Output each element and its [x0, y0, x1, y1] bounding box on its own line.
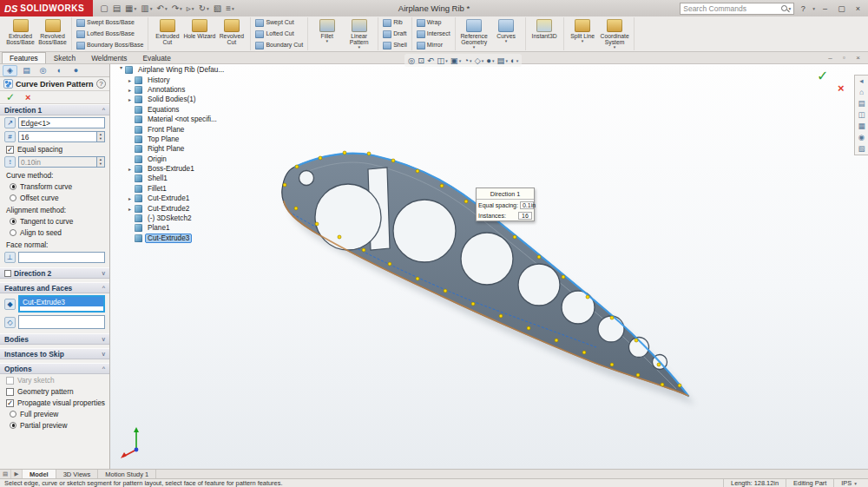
- collapse-taskpane-icon[interactable]: ◂: [859, 77, 863, 85]
- dimxpert-tab-icon[interactable]: ◎: [36, 65, 50, 76]
- tree-item[interactable]: ▸ Origin: [119, 155, 216, 164]
- intersect-button[interactable]: Intersect: [415, 29, 452, 39]
- hide-show-items-icon[interactable]: ◇▾: [475, 56, 484, 65]
- expand-arrow-icon[interactable]: ▸: [128, 206, 135, 212]
- model-film-icon[interactable]: ▤: [0, 470, 11, 478]
- pm-cancel-button[interactable]: ×: [25, 92, 30, 102]
- view-palette-icon[interactable]: ▦: [858, 122, 865, 130]
- zoom-area-icon[interactable]: ⊡▾: [418, 56, 424, 65]
- help-button[interactable]: ?: [798, 4, 808, 13]
- curve-method-radio[interactable]: Offset curve: [0, 192, 109, 203]
- direction1-edge-field[interactable]: [18, 117, 105, 128]
- pattern-callout[interactable]: Direction 1 Equal spacing: 0.1in Instanc…: [476, 188, 535, 221]
- custom-properties-icon[interactable]: ▧: [858, 145, 865, 153]
- face-normal-field[interactable]: [18, 252, 105, 263]
- swept-boss-base-button[interactable]: Swept Boss/Base: [75, 17, 145, 28]
- ceta-tab-icon[interactable]: ●: [69, 65, 83, 76]
- expand-arrow-icon[interactable]: ▸: [128, 77, 135, 83]
- view-orientation-icon[interactable]: ▣▾: [450, 56, 462, 65]
- print-icon[interactable]: ▥▾: [139, 2, 154, 15]
- select-icon[interactable]: ▹▾: [185, 2, 196, 15]
- tree-item[interactable]: ▸ Right Plane: [119, 144, 216, 154]
- doc-minimize-icon[interactable]: –: [825, 54, 835, 62]
- expand-arrow-icon[interactable]: ▸: [128, 195, 135, 201]
- search-commands-box[interactable]: ▾: [680, 3, 794, 15]
- tree-item[interactable]: ▸ History: [119, 75, 216, 84]
- tab-motion-study-1[interactable]: Motion Study 1: [98, 470, 156, 478]
- direction2-header[interactable]: Direction 2 v: [0, 267, 109, 279]
- confirm-cancel-button[interactable]: ×: [838, 82, 845, 95]
- revolved-boss-base-button[interactable]: Revolved Boss/Base ▾: [36, 17, 69, 50]
- tree-item[interactable]: ▸ Shell1: [119, 174, 216, 183]
- options-header[interactable]: Options ^: [0, 363, 109, 374]
- expand-arrow-icon[interactable]: ▸: [128, 87, 135, 93]
- maximize-button[interactable]: ▢: [835, 4, 848, 13]
- spacing-field[interactable]: [18, 156, 97, 168]
- fillet-button[interactable]: Fillet ▾: [311, 17, 343, 50]
- alignment-method-radio[interactable]: Tangent to curve: [0, 215, 109, 227]
- zoom-fit-icon[interactable]: ◎▾: [408, 56, 415, 65]
- split-line-button[interactable]: Split Line ▾: [567, 17, 599, 50]
- solidworks-resources-icon[interactable]: ⌂: [859, 89, 864, 96]
- alignment-method-radio[interactable]: Align to seed: [0, 227, 109, 238]
- features-and-faces-header[interactable]: Features and Faces ^: [0, 282, 109, 293]
- shell-button[interactable]: Shell: [381, 40, 409, 50]
- rebuild-icon[interactable]: ↻▾: [197, 2, 211, 15]
- bodies-header[interactable]: Bodies v: [0, 333, 109, 345]
- tree-item[interactable]: ▸ Plane1: [119, 223, 216, 233]
- tree-item[interactable]: ▸ Front Plane: [119, 124, 216, 134]
- tab-evaluate[interactable]: Evaluate: [135, 52, 178, 63]
- expand-arrow-icon[interactable]: ▸: [119, 67, 125, 73]
- direction1-header[interactable]: Direction 1 ^: [0, 104, 109, 115]
- revolved-cut-button[interactable]: Revolved Cut ▾: [215, 17, 247, 50]
- options-checkbox[interactable]: Vary sketch: [0, 374, 109, 385]
- units-dropdown[interactable]: IPS▾: [833, 479, 864, 487]
- doc-restore-icon[interactable]: ▫: [839, 54, 849, 62]
- curve-method-radio[interactable]: Transform curve: [0, 181, 109, 192]
- faces-to-pattern-list[interactable]: [18, 315, 105, 329]
- confirm-ok-button[interactable]: ✓: [817, 68, 828, 84]
- tab-3d-views[interactable]: 3D Views: [56, 470, 99, 478]
- direction2-checkbox[interactable]: [4, 270, 11, 277]
- apply-scene-icon[interactable]: ▤▾: [497, 56, 509, 65]
- options-checkbox[interactable]: Geometry pattern: [0, 385, 109, 397]
- section-view-icon[interactable]: ◫▾: [437, 56, 448, 65]
- lofted-boss-base-button[interactable]: Lofted Boss/Base: [75, 29, 145, 39]
- tree-item[interactable]: ▸ Solid Bodies(1): [119, 95, 216, 104]
- tab-sketch[interactable]: Sketch: [46, 52, 83, 63]
- edit-appearance-icon[interactable]: ●▾: [486, 56, 494, 65]
- preview-radio[interactable]: Full preview: [0, 408, 109, 419]
- open-icon[interactable]: ▤▾: [111, 2, 122, 15]
- view-settings-icon[interactable]: ◐▾: [510, 56, 518, 65]
- preview-radio[interactable]: Partial preview: [0, 419, 109, 431]
- callout-value[interactable]: 16: [518, 212, 532, 220]
- file-properties-icon[interactable]: ▧▾: [212, 2, 223, 15]
- search-input[interactable]: [683, 4, 781, 13]
- redo-icon[interactable]: ↷▾: [170, 2, 184, 15]
- doc-close-icon[interactable]: ×: [853, 54, 863, 62]
- wrap-button[interactable]: Wrap: [415, 17, 452, 28]
- close-button[interactable]: ×: [852, 4, 865, 13]
- swept-cut-button[interactable]: Swept Cut: [253, 17, 305, 28]
- spinner-control[interactable]: ▴▾: [97, 156, 105, 168]
- propertymanager-tab-icon[interactable]: ◈: [3, 65, 17, 76]
- options-icon[interactable]: ≡▾: [224, 2, 236, 15]
- save-icon[interactable]: ▦▾: [123, 2, 138, 15]
- draft-button[interactable]: Draft: [381, 29, 409, 39]
- tree-item[interactable]: ▸ Equations: [119, 105, 216, 115]
- curves-button[interactable]: Curves ▾: [490, 17, 523, 50]
- instance-count-field[interactable]: [18, 131, 97, 142]
- wing-rib-model[interactable]: [110, 64, 868, 469]
- tab-weldments[interactable]: Weldments: [83, 52, 135, 63]
- pm-ok-button[interactable]: ✓: [6, 91, 15, 103]
- equal-spacing-checkbox[interactable]: Equal spacing: [0, 143, 109, 155]
- options-checkbox[interactable]: Propagate visual properties: [0, 397, 109, 408]
- display-style-icon[interactable]: ◔▾: [464, 56, 471, 65]
- tree-item[interactable]: ▸ (-) 3DSketch2: [119, 214, 216, 223]
- configurations-tab-icon[interactable]: ▤: [19, 65, 34, 76]
- tree-item[interactable]: ▸ Material <not specifi...: [119, 115, 216, 124]
- lofted-cut-button[interactable]: Lofted Cut: [253, 29, 305, 39]
- boundary-boss-base-button[interactable]: Boundary Boss/Base: [75, 40, 145, 50]
- extruded-cut-button[interactable]: Extruded Cut ▾: [151, 17, 183, 50]
- tree-item[interactable]: ▸ Top Plane: [119, 135, 216, 144]
